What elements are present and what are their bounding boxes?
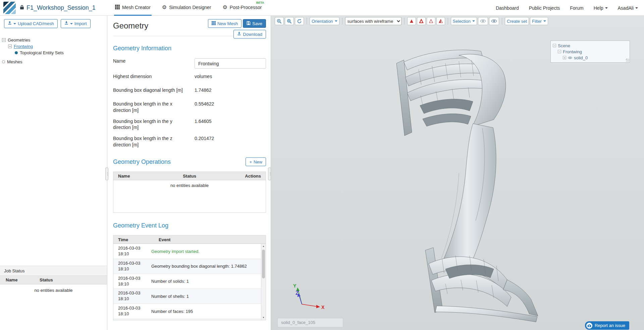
triangle-half-icon [438,19,443,23]
scene-tree-item-frontwing[interactable]: − Frontwing [553,49,628,55]
geometry-panel: Geometry New Mesh Save Download [107,16,271,330]
chevron-down-icon [605,7,608,9]
tree-item-topological-entity-sets[interactable]: Topological Entity Sets [0,50,107,56]
toolbar-separator [502,18,502,24]
save-icon [247,21,251,26]
resize-handle[interactable] [626,59,629,62]
triangle-outline-icon [429,19,433,23]
nav-help-menu[interactable]: Help [594,5,608,11]
normals-outline-button[interactable] [427,17,435,25]
operations-empty: no entities available [113,180,266,212]
eye-icon [480,19,486,23]
lock-icon [20,5,24,11]
info-row-z-length: Bounding box length in the z direction [… [113,135,266,148]
geometry-tree: − Geometries − Frontwing Topological Ent… [0,37,107,65]
download-button[interactable]: Download [233,30,266,39]
tab-simulation-designer[interactable]: ⚙ Simulation Designer [161,0,212,16]
3d-viewport: Orientation surfaces with wireframe Sele… [271,16,644,330]
info-row-y-length: Bounding box length in the y direction [… [113,118,266,131]
eye-icon[interactable] [568,56,572,59]
scroll-down-icon[interactable]: ▼ [261,315,266,320]
plus-icon: + [249,159,252,164]
nav-public-projects[interactable]: Public Projects [529,5,560,11]
expand-icon[interactable]: + [563,56,566,59]
panel-splitter-handle[interactable]: ⋮ [268,168,271,180]
download-icon [64,21,68,26]
job-status-title: Job Status [0,266,107,276]
normals-thick-outline-button[interactable] [417,17,426,25]
report-issue-button[interactable]: Report an issue [585,321,629,330]
scene-tree-panel: − Scene − Frontwing + solid_0 [550,41,630,63]
sidebar-buttons: Upload CAD/mesh Import [0,16,107,28]
toolbar-separator [307,18,307,24]
filter-dropdown[interactable]: Filter [530,17,548,25]
table-row: 2016-03-03 18:10 Number of shells: 1 [113,289,266,304]
top-nav: Dashboard Public Projects Forum Help Asa… [496,0,638,16]
tree-item-meshes[interactable]: Meshes [0,59,107,65]
new-mesh-button[interactable]: New Mesh [208,19,241,28]
download-icon [237,32,241,37]
section-geometry-operations: Geometry Operations [113,158,171,166]
geometry-name-input[interactable] [195,58,266,69]
orientation-dropdown[interactable]: Orientation [310,17,339,25]
upload-cad-button[interactable]: Upload CAD/mesh [4,19,58,28]
panel-buttons: New Mesh Save Download [208,19,266,39]
job-status-empty: no entities available [0,284,107,293]
table-row: 2016-03-03 18:10 Number of solids: 1 [113,274,266,289]
tab-post-processor[interactable]: ⚙ Post-Processor BETA [221,0,263,16]
gear-icon: ⚙ [162,5,167,10]
table-row: 2016-03-03 18:10 Geometry import started… [113,244,266,259]
collapse-icon[interactable]: − [553,44,556,47]
column-name: Name [0,277,40,282]
mesh-grid-icon [212,21,216,26]
event-log-table: Time Event 2016-03-03 18:10 Geometry imp… [113,235,266,320]
scene-tree-item-scene[interactable]: − Scene [553,43,628,49]
import-button[interactable]: Import [61,19,91,28]
event-log-scrollbar[interactable]: ▲ ▼ [261,244,266,320]
app-logo[interactable] [3,2,16,14]
tree-item-frontwing[interactable]: − Frontwing [0,43,107,50]
nav-user-menu[interactable]: AsadAli [618,5,638,11]
scroll-up-icon[interactable]: ▲ [261,244,266,249]
collapse-icon[interactable]: − [558,50,561,53]
triangle-solid-icon [409,19,414,23]
3d-viewport-canvas[interactable] [271,16,644,330]
section-geometry-event-log: Geometry Event Log [113,222,266,229]
table-row: 2016-03-03 18:10 Number of faces: 195 [113,304,266,319]
picked-entity-box: solid_0_face_105 [277,318,343,327]
column-time: Time [113,237,149,242]
hide-selection-button[interactable] [478,17,488,25]
frontwing-model[interactable] [396,50,538,322]
nav-dashboard[interactable]: Dashboard [496,5,519,11]
reset-view-button[interactable] [295,17,304,25]
render-mode-select[interactable]: surfaces with wireframe [345,17,401,25]
new-operation-button[interactable]: + New [246,157,266,166]
upload-icon [8,21,12,26]
create-set-button[interactable]: Create set [505,17,529,25]
sidebar-splitter-handle[interactable]: ⋮ [105,168,108,180]
scene-tree-item-solid[interactable]: + solid_0 [553,55,628,61]
nav-forum[interactable]: Forum [570,5,583,11]
scrollbar-thumb[interactable] [262,250,265,278]
left-sidebar: Upload CAD/mesh Import − Geometries − Fr… [0,16,107,330]
normals-half-button[interactable] [436,17,445,25]
table-row: 2016-03-03 Number of free faces: 0 [113,319,266,320]
info-row-diagonal: Bounding box diagonal length [m] 1.74862 [113,87,266,93]
operations-table: Name Status Actions no entities availabl… [113,172,266,213]
zoom-box-icon [287,19,292,24]
info-row-dimension: Highest dimension volumes [113,73,266,80]
tab-mesh-creator[interactable]: Mesh Creator [114,0,152,16]
collapse-icon[interactable]: − [8,45,12,48]
zoom-in-button[interactable] [275,17,284,25]
chevron-down-icon [335,20,337,22]
tree-item-geometries[interactable]: − Geometries [0,37,107,43]
selection-dropdown[interactable]: Selection [451,17,477,25]
gear-icon: ⚙ [222,5,227,10]
table-row: 2016-03-03 18:10 Geometry bounding box d… [113,259,266,274]
save-button[interactable]: Save [243,19,266,28]
collapse-icon[interactable]: − [2,38,6,42]
normals-solid-button[interactable] [407,17,416,25]
show-all-button[interactable] [489,17,499,25]
zoom-box-button[interactable] [285,17,294,25]
tab-label: Post-Processor [230,5,262,10]
